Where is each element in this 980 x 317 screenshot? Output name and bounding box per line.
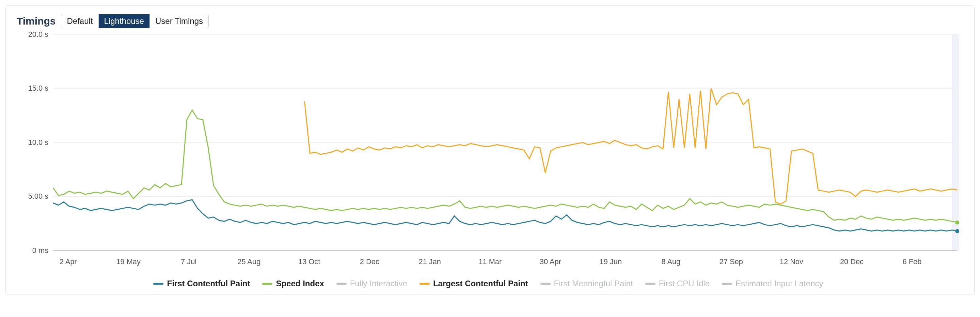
series-line (53, 200, 957, 231)
panel-title: Timings (17, 15, 56, 27)
legend-label: Speed Index (276, 279, 324, 288)
legend-swatch (262, 283, 272, 285)
x-tick-label: 21 Jan (419, 257, 441, 266)
tab-lighthouse[interactable]: Lighthouse (99, 14, 150, 28)
x-tick-label: 7 Jul (181, 257, 196, 266)
panel-header: Timings DefaultLighthouseUser Timings (13, 14, 964, 28)
y-tick-label: 5.00 s (28, 192, 48, 200)
x-tick-label: 12 Nov (780, 257, 803, 266)
legend-item[interactable]: Estimated Input Latency (722, 279, 823, 288)
legend-label: Largest Contentful Paint (433, 279, 528, 288)
timings-panel: Timings DefaultLighthouseUser Timings 0 … (5, 5, 975, 295)
legend-swatch (336, 283, 347, 285)
x-tick-label: 13 Oct (298, 257, 320, 266)
x-tick-label: 19 May (116, 257, 141, 266)
y-tick-label: 10.0 s (28, 138, 48, 147)
series-line (53, 110, 957, 223)
tab-user-timings[interactable]: User Timings (150, 14, 208, 28)
tab-default[interactable]: Default (61, 14, 99, 28)
x-tick-label: 2 Apr (60, 257, 77, 266)
y-tick-label: 20.0 s (28, 31, 48, 38)
chart-legend: First Contentful PaintSpeed IndexFully I… (13, 279, 964, 288)
legend-item[interactable]: Largest Contentful Paint (420, 279, 528, 288)
legend-swatch (540, 283, 550, 285)
legend-label: First CPU Idle (659, 279, 710, 288)
x-tick-label: 19 Jun (600, 257, 622, 266)
gridlines (53, 34, 957, 251)
x-tick-label: 6 Feb (903, 257, 922, 266)
y-tick-label: 0 ms (32, 246, 48, 255)
series-line (304, 88, 957, 204)
x-axis: 2 Apr19 May7 Jul25 Aug13 Oct2 Dec21 Jan1… (60, 257, 922, 266)
chart[interactable]: 0 ms5.00 s10.0 s15.0 s20.0 s2 Apr19 May7… (13, 31, 964, 274)
end-marker (955, 229, 959, 233)
legend-item[interactable]: Speed Index (262, 279, 324, 288)
legend-item[interactable]: Fully Interactive (336, 279, 407, 288)
legend-swatch (153, 283, 164, 285)
legend-item[interactable]: First CPU Idle (645, 279, 710, 288)
x-tick-label: 8 Aug (661, 257, 680, 266)
legend-label: First Contentful Paint (167, 279, 250, 288)
x-tick-label: 20 Dec (840, 257, 864, 266)
legend-swatch (420, 283, 430, 285)
series-group (53, 88, 959, 233)
tab-group: DefaultLighthouseUser Timings (61, 14, 209, 28)
x-tick-label: 25 Aug (237, 257, 261, 266)
x-tick-label: 27 Sep (719, 257, 743, 266)
x-tick-label: 30 Apr (540, 257, 561, 266)
x-tick-label: 2 Dec (360, 257, 379, 266)
legend-label: First Meaningful Paint (554, 279, 633, 288)
x-tick-label: 11 Mar (479, 257, 501, 266)
legend-label: Fully Interactive (350, 279, 407, 288)
y-axis: 0 ms5.00 s10.0 s15.0 s20.0 s (28, 31, 48, 255)
y-tick-label: 15.0 s (28, 84, 48, 92)
legend-item[interactable]: First Meaningful Paint (540, 279, 633, 288)
legend-swatch (645, 283, 655, 285)
legend-label: Estimated Input Latency (735, 279, 823, 288)
end-marker (955, 221, 959, 225)
legend-swatch (722, 283, 732, 285)
line-chart-svg: 0 ms5.00 s10.0 s15.0 s20.0 s2 Apr19 May7… (13, 31, 964, 274)
legend-item[interactable]: First Contentful Paint (153, 279, 250, 288)
